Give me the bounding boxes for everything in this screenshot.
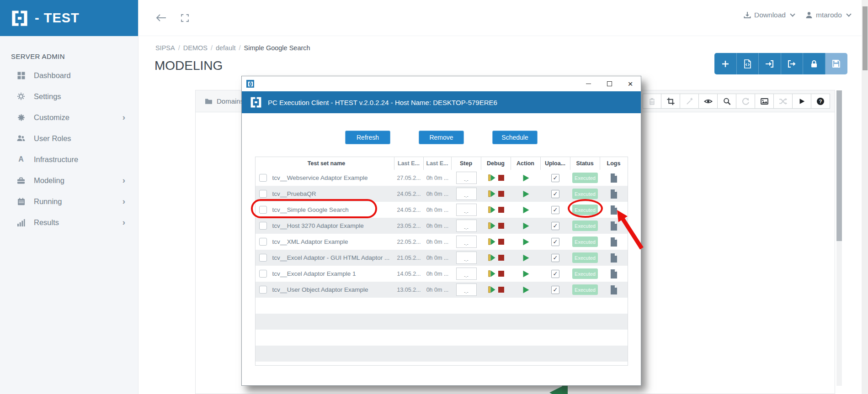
import-button[interactable] — [759, 53, 781, 74]
toolbar-play-button[interactable] — [793, 94, 811, 109]
maximize-button[interactable] — [599, 76, 620, 91]
sidebar-item-infrastructure[interactable]: A Infrastructure — [0, 149, 138, 170]
run-icon[interactable] — [522, 286, 529, 294]
logs-icon[interactable] — [610, 269, 618, 278]
run-icon[interactable] — [522, 174, 529, 182]
row-select-checkbox[interactable] — [259, 190, 267, 198]
page-scrollbar-thumb[interactable] — [863, 6, 868, 70]
upload-checkbox[interactable]: ✓ — [551, 254, 559, 262]
debug-play-icon[interactable] — [488, 174, 495, 181]
upload-checkbox[interactable]: ✓ — [551, 206, 559, 214]
column-header[interactable]: Test set name — [256, 157, 394, 170]
upload-checkbox[interactable]: ✓ — [551, 222, 559, 230]
sidebar-item-dashboard[interactable]: Dashboard — [0, 65, 138, 86]
schedule-button[interactable]: Schedule — [492, 131, 538, 144]
step-input[interactable] — [456, 236, 477, 248]
toolbar-trash-button[interactable] — [643, 94, 661, 109]
column-header[interactable]: Last E... — [394, 157, 424, 170]
sidebar-item-customize[interactable]: Customize › — [0, 107, 138, 128]
panel-scrollbar-thumb[interactable] — [836, 90, 842, 241]
column-header[interactable]: Status — [570, 157, 600, 170]
upload-checkbox[interactable]: ✓ — [551, 190, 559, 198]
add-button[interactable] — [714, 53, 737, 74]
run-icon[interactable] — [522, 270, 529, 278]
debug-stop-icon[interactable] — [498, 207, 504, 213]
logs-icon[interactable] — [610, 285, 618, 294]
step-input[interactable] — [456, 252, 477, 264]
download-menu[interactable]: Download — [744, 11, 794, 19]
toolbar-help-button[interactable]: ? — [811, 94, 830, 109]
logs-icon[interactable] — [610, 173, 618, 183]
toolbar-search-button[interactable] — [718, 94, 736, 109]
breadcrumb-link[interactable]: DEMOS — [183, 44, 208, 52]
step-input[interactable] — [456, 268, 477, 280]
run-icon[interactable] — [522, 254, 529, 262]
sidebar-item-settings[interactable]: Settings — [0, 86, 138, 107]
logs-icon[interactable] — [610, 237, 618, 247]
debug-stop-icon[interactable] — [498, 175, 504, 181]
toolbar-refresh-button[interactable] — [736, 94, 755, 109]
breadcrumb-link[interactable]: SIPSA — [155, 44, 175, 52]
run-icon[interactable] — [522, 190, 529, 198]
logs-icon[interactable] — [610, 221, 618, 231]
toolbar-image-button[interactable] — [755, 94, 774, 109]
toolbar-crop-button[interactable] — [661, 94, 680, 109]
step-input[interactable] — [456, 172, 477, 184]
panel-scrollbar[interactable] — [836, 90, 842, 386]
run-icon[interactable] — [522, 238, 529, 246]
run-icon[interactable] — [522, 206, 529, 214]
lock-button[interactable] — [803, 53, 825, 74]
logs-icon[interactable] — [610, 205, 618, 215]
debug-play-icon[interactable] — [488, 206, 495, 213]
export-button[interactable] — [781, 53, 804, 74]
sidebar-item-user-roles[interactable]: User Roles — [0, 128, 138, 149]
user-menu[interactable]: mtarodo — [805, 11, 851, 19]
debug-play-icon[interactable] — [488, 190, 495, 197]
breadcrumb-link[interactable]: default — [216, 44, 236, 52]
logs-icon[interactable] — [610, 253, 618, 263]
column-header[interactable]: Step — [452, 157, 481, 170]
step-input[interactable] — [456, 188, 477, 200]
step-input[interactable] — [456, 204, 477, 216]
minimize-button[interactable] — [578, 76, 599, 91]
column-header[interactable]: Logs — [600, 157, 628, 170]
app-logo[interactable]: - TEST — [0, 0, 138, 36]
toolbar-shuffle-button[interactable] — [774, 94, 793, 109]
debug-play-icon[interactable] — [488, 270, 495, 277]
remove-button[interactable]: Remove — [419, 131, 464, 144]
debug-stop-icon[interactable] — [498, 287, 504, 293]
sidebar-item-running[interactable]: Running › — [0, 191, 138, 212]
column-header[interactable]: Uploa... — [541, 157, 570, 170]
file-code-button[interactable] — [737, 53, 759, 74]
row-select-checkbox[interactable] — [259, 206, 267, 214]
row-select-checkbox[interactable] — [259, 174, 267, 182]
debug-stop-icon[interactable] — [498, 239, 504, 245]
column-header[interactable]: Debug — [481, 157, 511, 170]
row-select-checkbox[interactable] — [259, 222, 267, 230]
row-select-checkbox[interactable] — [259, 254, 267, 262]
window-titlebar[interactable]: × — [242, 76, 641, 91]
close-button[interactable]: × — [620, 76, 641, 91]
upload-checkbox[interactable]: ✓ — [551, 238, 559, 246]
step-input[interactable] — [456, 220, 477, 232]
refresh-button[interactable]: Refresh — [345, 131, 390, 144]
toolbar-preview-button[interactable] — [699, 94, 718, 109]
debug-stop-icon[interactable] — [498, 255, 504, 261]
debug-play-icon[interactable] — [488, 222, 495, 229]
debug-play-icon[interactable] — [488, 238, 495, 245]
column-header[interactable]: Last E... — [424, 157, 452, 170]
sidebar-item-results[interactable]: Results › — [0, 212, 138, 233]
step-input[interactable] — [456, 284, 477, 296]
upload-checkbox[interactable]: ✓ — [551, 174, 559, 182]
page-scrollbar[interactable] — [862, 0, 868, 394]
upload-checkbox[interactable]: ✓ — [551, 270, 559, 278]
run-icon[interactable] — [522, 222, 529, 230]
column-header[interactable]: Action — [511, 157, 541, 170]
back-arrow-icon[interactable] — [155, 14, 166, 24]
row-select-checkbox[interactable] — [259, 286, 267, 294]
sidebar-item-modeling[interactable]: Modeling › — [0, 170, 138, 191]
expand-icon[interactable] — [181, 14, 189, 24]
debug-play-icon[interactable] — [488, 286, 495, 293]
logs-icon[interactable] — [610, 189, 618, 199]
row-select-checkbox[interactable] — [259, 238, 267, 246]
